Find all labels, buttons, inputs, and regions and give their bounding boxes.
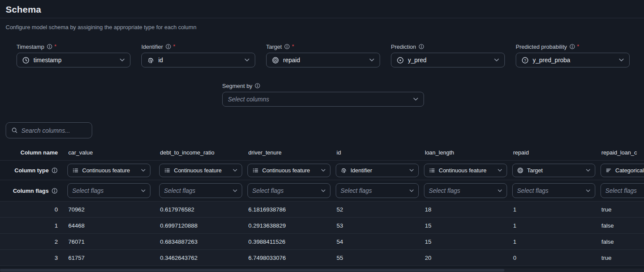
chevron-down-icon bbox=[141, 169, 146, 172]
info-icon[interactable] bbox=[284, 44, 290, 50]
required-asterisk: * bbox=[173, 43, 175, 50]
column-header: debt_to_income_ratio bbox=[155, 149, 243, 156]
column-flags-label-text: Column flags bbox=[13, 188, 49, 194]
column-type-select[interactable]: Identifier bbox=[336, 164, 419, 177]
column-type-value: Continuous feature bbox=[439, 167, 487, 174]
circle-dot-icon bbox=[397, 57, 404, 64]
target-label-text: Target bbox=[266, 44, 282, 50]
prediction-select[interactable]: y_pred bbox=[391, 53, 505, 67]
column-flags-select[interactable]: Select flags bbox=[424, 183, 507, 198]
info-icon[interactable] bbox=[254, 83, 260, 89]
column-type-value: Categorical feature bbox=[615, 167, 644, 174]
search-icon bbox=[11, 127, 18, 134]
flags-placeholder: Select flags bbox=[340, 187, 372, 194]
chevron-down-icon bbox=[321, 169, 326, 172]
column-type-select[interactable]: Target bbox=[512, 164, 595, 177]
chevron-down-icon bbox=[409, 189, 414, 192]
column-type-value: Target bbox=[527, 167, 543, 174]
table-cell: 1 bbox=[508, 222, 596, 229]
table-cell: 1 bbox=[508, 206, 596, 213]
page-subtitle: Configure model schema by assigining the… bbox=[6, 24, 197, 30]
prediction-label: Prediction bbox=[391, 43, 505, 50]
list-icon bbox=[164, 167, 170, 174]
segment-by-label: Segment by bbox=[222, 82, 424, 90]
identifier-value: id bbox=[158, 57, 163, 64]
chevron-down-icon bbox=[494, 58, 499, 62]
column-header: driver_tenure bbox=[243, 149, 331, 156]
identifier-select[interactable]: id bbox=[141, 53, 255, 67]
required-asterisk: * bbox=[577, 43, 579, 50]
info-icon[interactable] bbox=[47, 44, 53, 50]
timestamp-select[interactable]: timestamp bbox=[17, 53, 130, 67]
column-flags-label: Column flags bbox=[0, 188, 63, 194]
table-cell: 20 bbox=[420, 255, 508, 261]
segment-by-label-text: Segment by bbox=[222, 83, 252, 89]
question-circle-icon bbox=[521, 57, 529, 64]
column-header: repaid bbox=[508, 149, 596, 156]
column-type-value: Continuous feature bbox=[262, 167, 310, 174]
predicted-probability-label-text: Predicted probability bbox=[516, 44, 567, 50]
info-icon[interactable] bbox=[51, 167, 58, 174]
column-type-value: Continuous feature bbox=[82, 167, 130, 174]
segment-by-placeholder: Select columns bbox=[228, 96, 269, 103]
column-type-select[interactable]: Continuous feature bbox=[67, 164, 150, 177]
target-label: Target * bbox=[266, 43, 380, 50]
chevron-down-icon bbox=[619, 58, 624, 62]
info-icon[interactable] bbox=[569, 44, 575, 50]
page-title: Schema bbox=[6, 4, 41, 15]
search-columns-box[interactable] bbox=[6, 122, 92, 138]
horizontal-scrollbar-thumb[interactable] bbox=[0, 269, 504, 272]
horizontal-scrollbar[interactable] bbox=[0, 269, 644, 272]
selector-predicted-probability: Predicted probability * y_pred_proba bbox=[516, 43, 630, 67]
column-flags-select[interactable]: Select flags bbox=[512, 183, 595, 198]
chevron-down-icon bbox=[244, 58, 250, 62]
predicted-probability-select[interactable]: y_pred_proba bbox=[516, 53, 630, 67]
info-icon[interactable] bbox=[418, 44, 424, 50]
target-value: repaid bbox=[283, 57, 300, 64]
required-asterisk: * bbox=[292, 43, 294, 50]
row-index: 3 bbox=[0, 255, 63, 261]
table-row: 3 61757 0.3462643762 6.7498033076 55 20 … bbox=[0, 250, 644, 266]
column-flags-select[interactable]: Select flags bbox=[67, 183, 150, 198]
table-cell: true bbox=[596, 206, 644, 213]
column-type-row: Column type Continuous feature Continuou… bbox=[0, 161, 644, 180]
column-type-select[interactable]: Continuous feature bbox=[159, 164, 242, 177]
clock-icon bbox=[22, 57, 30, 64]
segment-by-block: Segment by Select columns bbox=[222, 82, 424, 107]
table-cell: true bbox=[596, 255, 644, 261]
table-cell: 0.617976582 bbox=[155, 206, 243, 213]
column-flags-select[interactable]: Select flags bbox=[159, 183, 242, 198]
table-cell: 6.1816938786 bbox=[243, 206, 331, 213]
table-cell: 15 bbox=[420, 238, 508, 245]
table-cell: 1 bbox=[508, 238, 596, 245]
column-flags-select[interactable]: Select flags bbox=[336, 183, 419, 198]
info-icon[interactable] bbox=[165, 44, 171, 50]
flags-placeholder: Select flags bbox=[517, 187, 548, 194]
chevron-down-icon bbox=[586, 169, 591, 172]
flags-placeholder: Select flags bbox=[429, 187, 460, 194]
table-cell: 54 bbox=[331, 238, 420, 245]
chevron-down-icon bbox=[233, 169, 237, 172]
chevron-down-icon bbox=[321, 189, 326, 192]
row-index: 1 bbox=[0, 222, 63, 229]
column-type-value: Identifier bbox=[350, 167, 372, 174]
table-row: 0 70962 0.617976582 6.1816938786 52 18 1… bbox=[0, 201, 644, 218]
search-input[interactable] bbox=[21, 127, 87, 134]
timestamp-value: timestamp bbox=[33, 57, 62, 64]
table-cell: 0.6997120888 bbox=[155, 222, 243, 229]
column-flags-select[interactable]: Select flags bbox=[601, 183, 644, 198]
target-icon bbox=[272, 57, 279, 64]
column-type-select[interactable]: Continuous feature bbox=[247, 164, 330, 177]
chevron-down-icon bbox=[369, 58, 374, 62]
column-type-select[interactable]: Categorical feature bbox=[601, 164, 644, 177]
segment-by-select[interactable]: Select columns bbox=[222, 92, 424, 107]
target-select[interactable]: repaid bbox=[266, 53, 380, 67]
table-cell: 0.6834887263 bbox=[155, 238, 243, 245]
info-icon[interactable] bbox=[51, 188, 58, 194]
column-flags-row: Column flags Select flags Select flags S… bbox=[0, 180, 644, 201]
column-flags-select[interactable]: Select flags bbox=[247, 183, 330, 198]
column-type-select[interactable]: Continuous feature bbox=[424, 164, 507, 177]
table-cell: false bbox=[596, 238, 644, 245]
chevron-down-icon bbox=[409, 169, 414, 172]
flags-placeholder: Select flags bbox=[164, 187, 195, 194]
